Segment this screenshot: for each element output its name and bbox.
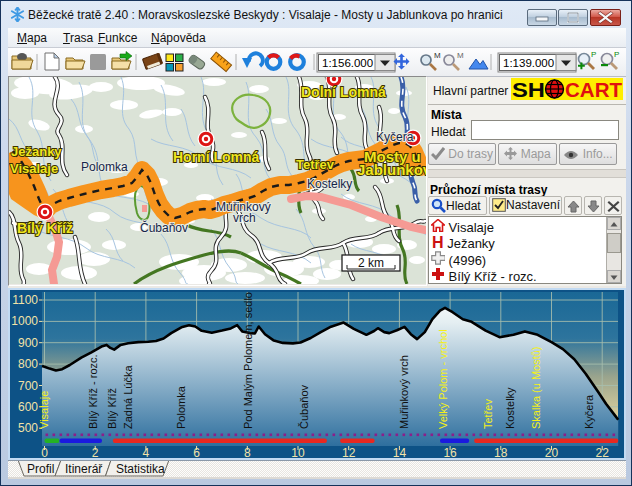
svg-text:Polomka: Polomka xyxy=(175,385,187,429)
svg-text:Pod Malým Polomem, sedlo: Pod Malým Polomem, sedlo xyxy=(242,292,254,429)
svg-text:Muřinkový vrch: Muřinkový vrch xyxy=(398,355,410,429)
svg-text:2 km: 2 km xyxy=(358,256,384,270)
svg-text:Dolní Lomná: Dolní Lomná xyxy=(301,84,386,100)
svg-text:SH: SH xyxy=(512,79,545,100)
svg-text:Visalaje: Visalaje xyxy=(10,161,58,176)
svg-text:Skalka (u Mostů): Skalka (u Mostů) xyxy=(530,346,542,429)
svg-text:500: 500 xyxy=(18,421,38,435)
svg-text:Tetřev: Tetřev xyxy=(296,157,335,172)
svg-text:1:156.000: 1:156.000 xyxy=(322,57,373,69)
svg-text:vrch: vrch xyxy=(233,211,256,225)
svg-text:1100: 1100 xyxy=(12,293,38,307)
svg-text:Čubaňov: Čubaňov xyxy=(298,384,310,429)
svg-text:Itinerář: Itinerář xyxy=(65,462,103,476)
svg-text:Visalaje: Visalaje xyxy=(38,391,50,429)
svg-text:Kostelky: Kostelky xyxy=(307,177,352,191)
svg-text:Zadná Lúčka: Zadná Lúčka xyxy=(122,365,134,429)
svg-text:CART: CART xyxy=(565,79,622,100)
svg-text:Polomka: Polomka xyxy=(81,160,128,174)
svg-text:P: P xyxy=(591,50,596,59)
svg-text:Profil: Profil xyxy=(27,462,54,476)
svg-text:P: P xyxy=(614,50,619,59)
svg-text:Bílý Kříž: Bílý Kříž xyxy=(17,220,73,236)
svg-text:Kyčera: Kyčera xyxy=(376,130,414,144)
svg-text:Kyčera: Kyčera xyxy=(583,394,595,429)
svg-text:Ježanky: Ježanky xyxy=(11,144,62,159)
svg-text:700: 700 xyxy=(18,379,38,393)
svg-text:Tetřev: Tetřev xyxy=(482,399,494,429)
svg-text:Bílý Kříž: Bílý Kříž xyxy=(106,388,118,429)
svg-text:Čubaňov: Čubaňov xyxy=(140,220,188,235)
svg-text:Bílý Kříž - rozc.: Bílý Kříž - rozc. xyxy=(87,354,99,429)
svg-text:900: 900 xyxy=(18,336,38,350)
svg-text:Jablunkova: Jablunkova xyxy=(357,161,426,178)
svg-text:1:139.000: 1:139.000 xyxy=(503,57,554,69)
svg-text:800: 800 xyxy=(18,357,38,371)
svg-text:Statistika: Statistika xyxy=(116,462,165,476)
svg-text:Horní Lomná: Horní Lomná xyxy=(173,149,260,165)
svg-text:Kostelky: Kostelky xyxy=(504,387,516,429)
svg-text:1000: 1000 xyxy=(11,314,38,328)
svg-text:M: M xyxy=(457,51,464,60)
svg-text:M: M xyxy=(434,51,441,60)
svg-text:Velký Polom - vrchol: Velký Polom - vrchol xyxy=(437,329,449,429)
svg-text:600: 600 xyxy=(18,400,38,414)
